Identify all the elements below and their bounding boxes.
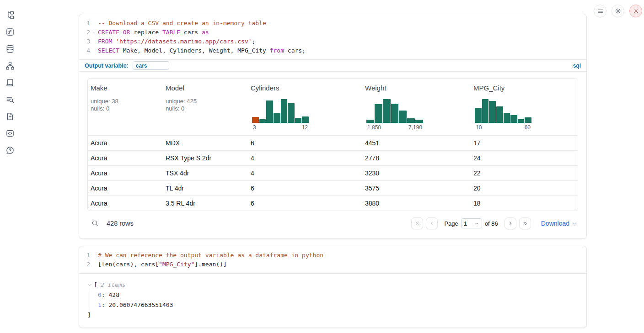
axis-min-label: 3 bbox=[253, 124, 256, 131]
search-button[interactable] bbox=[91, 219, 100, 228]
table-row: AcuraTSX 4dr4323022 bbox=[88, 165, 578, 180]
column-title[interactable]: MPG_City bbox=[473, 84, 575, 92]
shutdown-button[interactable] bbox=[629, 5, 642, 17]
menu-icon bbox=[597, 8, 604, 15]
logs-button[interactable] bbox=[5, 94, 16, 105]
table-cell: 18 bbox=[471, 200, 578, 207]
histogram-bar bbox=[489, 101, 496, 123]
axis-max-label: 60 bbox=[525, 124, 531, 131]
python-cell: 1# We can reference the output variable … bbox=[79, 246, 587, 328]
documentation-icon bbox=[5, 112, 15, 121]
table-cell: 3230 bbox=[362, 169, 471, 177]
next-page-button[interactable] bbox=[504, 217, 516, 229]
histogram-bar bbox=[281, 99, 288, 123]
histogram-axis-labels: 312 bbox=[252, 124, 309, 131]
fold-spacer bbox=[90, 46, 98, 55]
last-page-button[interactable] bbox=[519, 217, 531, 229]
help-button[interactable] bbox=[5, 145, 16, 156]
documentation-button[interactable] bbox=[5, 111, 16, 122]
table-cell: 24 bbox=[471, 154, 578, 162]
histogram-bar bbox=[399, 111, 407, 123]
histogram-bar bbox=[288, 103, 295, 123]
table-cell: 6 bbox=[248, 139, 362, 147]
output-variable-input[interactable] bbox=[133, 61, 169, 70]
code-line[interactable]: 2[len(cars), cars["MPG_City"].mean()] bbox=[79, 260, 586, 269]
code-line[interactable]: 1-- Download a CSV and create an in-memo… bbox=[79, 19, 586, 28]
table-cell: 20 bbox=[471, 185, 578, 192]
snippets-button[interactable] bbox=[5, 128, 16, 139]
histogram-bar bbox=[375, 104, 382, 123]
fold-spacer bbox=[90, 251, 98, 260]
histogram-bar bbox=[266, 100, 273, 123]
histogram-bar bbox=[252, 117, 259, 123]
download-label: Download bbox=[541, 220, 569, 227]
column-title[interactable]: Make bbox=[91, 84, 160, 92]
column-title[interactable]: Weight bbox=[365, 84, 468, 92]
list-output-header: [ 2 Items bbox=[87, 280, 578, 290]
variables-button[interactable] bbox=[5, 26, 16, 37]
table-header: Makeunique: 38nulls: 0Modelunique: 425nu… bbox=[88, 79, 578, 135]
histogram-bar bbox=[383, 99, 391, 123]
list-item: 0: 428 bbox=[98, 290, 578, 300]
help-icon bbox=[5, 146, 15, 155]
code-line[interactable]: 2CREATE OR replace TABLE cars as bbox=[79, 28, 586, 37]
item-separator: : bbox=[102, 301, 109, 308]
sql-code-editor[interactable]: 1-- Download a CSV and create an in-memo… bbox=[79, 14, 586, 59]
sql-cell: 1-- Download a CSV and create an in-memo… bbox=[79, 14, 587, 239]
page-select[interactable]: 1 bbox=[461, 218, 482, 228]
page-select-value: 1 bbox=[464, 220, 467, 227]
table-cell: 4 bbox=[248, 169, 362, 177]
table-cell: 4451 bbox=[362, 139, 471, 147]
histogram-bar bbox=[302, 116, 309, 123]
list-items: 0: 4281: 20.060747663551403 bbox=[90, 290, 578, 310]
histogram-axis-labels: 1,8507,190 bbox=[366, 124, 423, 131]
line-number: 3 bbox=[79, 37, 90, 46]
snippets-icon bbox=[5, 129, 15, 138]
dependency-graph-button[interactable] bbox=[5, 60, 16, 71]
download-button[interactable]: Download bbox=[541, 220, 577, 227]
table-body: AcuraMDX6445117AcuraRSX Type S 2dr427782… bbox=[88, 135, 578, 211]
code-text: # We can reference the output variable a… bbox=[98, 251, 323, 260]
histogram-bar bbox=[504, 113, 510, 123]
open-bracket: [ bbox=[94, 280, 97, 290]
table-cell: 2778 bbox=[362, 154, 471, 162]
histogram-bar bbox=[482, 99, 489, 123]
code-line[interactable]: 4SELECT Make, Model, Cylinders, Weight, … bbox=[79, 46, 586, 55]
column-histogram: 1,8507,190 bbox=[366, 99, 423, 131]
item-separator: : bbox=[102, 291, 109, 298]
column-title[interactable]: Model bbox=[166, 84, 245, 92]
code-line[interactable]: 3FROM 'https://datasets.marimo.app/cars.… bbox=[79, 37, 586, 46]
histogram-axis-labels: 1060 bbox=[475, 124, 531, 131]
fold-chevron-icon[interactable] bbox=[90, 28, 98, 37]
histogram-bar bbox=[475, 108, 482, 123]
histogram-bar bbox=[518, 119, 525, 123]
table-cell: MDX bbox=[163, 139, 248, 147]
python-cell-output: [ 2 Items 0: 4281: 20.060747663551403 ] bbox=[79, 273, 586, 328]
file-explorer-button[interactable] bbox=[5, 10, 16, 21]
table-cell: Acura bbox=[88, 169, 163, 177]
variables-icon bbox=[5, 27, 15, 37]
table-row: AcuraMDX6445117 bbox=[88, 135, 578, 150]
first-page-button[interactable] bbox=[411, 217, 423, 229]
histogram-bar bbox=[295, 118, 302, 123]
output-variable-row: Output variable: sql bbox=[79, 59, 586, 71]
datasources-button[interactable] bbox=[5, 43, 16, 54]
settings-button[interactable] bbox=[612, 5, 624, 17]
column-title[interactable]: Cylinders bbox=[251, 84, 360, 92]
line-number: 2 bbox=[79, 28, 90, 37]
menu-button[interactable] bbox=[594, 5, 606, 17]
column-header: Weight1,8507,190 bbox=[362, 79, 471, 135]
histogram-bar bbox=[407, 118, 415, 123]
collapse-chevron-icon[interactable] bbox=[87, 283, 94, 287]
table-row: AcuraRSX Type S 2dr4277824 bbox=[88, 150, 578, 165]
column-stat: nulls: 0 bbox=[91, 105, 160, 112]
table-cell: RSX Type S 2dr bbox=[163, 154, 248, 162]
python-code-editor[interactable]: 1# We can reference the output variable … bbox=[79, 246, 586, 273]
total-pages-label: of 86 bbox=[485, 220, 498, 227]
previous-page-button[interactable] bbox=[426, 217, 438, 229]
column-header: Makeunique: 38nulls: 0 bbox=[88, 79, 163, 135]
scratchpad-button[interactable] bbox=[5, 77, 16, 88]
table-footer: 428 rows Page 1 of 86 bbox=[87, 216, 578, 231]
code-line[interactable]: 1# We can reference the output variable … bbox=[79, 251, 586, 260]
page-label: Page bbox=[444, 220, 458, 227]
